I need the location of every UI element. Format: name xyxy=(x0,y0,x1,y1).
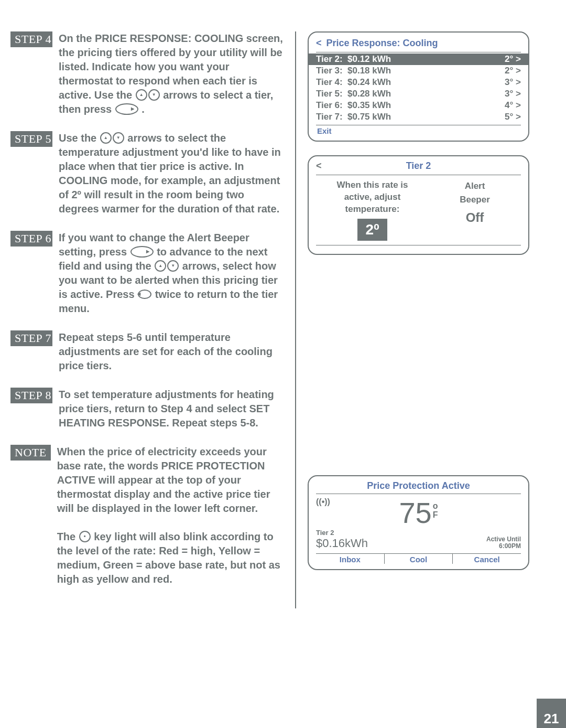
active-until: Active Until 6:00PM xyxy=(486,536,521,550)
tier-label: Tier 5: xyxy=(316,89,347,99)
left-icon xyxy=(138,290,151,299)
screen-footer: Exit xyxy=(316,125,521,135)
right-column: < Price Response: Cooling Tier 2:$0.12 k… xyxy=(296,31,529,608)
tier-adjust: 3° > xyxy=(495,89,521,99)
temperature-display: 75oF xyxy=(316,496,521,529)
temperature-unit: oF xyxy=(433,501,438,520)
adjust-value[interactable]: 2º xyxy=(357,219,388,241)
step-text: If you want to change the Alert Beeper s… xyxy=(59,231,284,316)
device-price-protection: Price Protection Active ((•)) 75oF Tier … xyxy=(308,475,529,570)
inbox-button[interactable]: Inbox xyxy=(316,554,385,564)
step-badge: STEP 6 xyxy=(10,231,52,247)
tier-row[interactable]: Tier 6:$0.35 kWh4° > xyxy=(316,100,521,111)
tier-price: $0.75 kWh xyxy=(347,112,495,122)
step-badge: STEP 4 xyxy=(10,31,52,47)
rate-block: Tier 2 $0.16kWh xyxy=(316,529,368,550)
tier-price: $0.12 kWh xyxy=(347,54,495,65)
tier-label: Tier 3: xyxy=(316,66,347,76)
down-icon xyxy=(113,132,124,144)
device-tier-detail: < Tier 2 When this rate is active, adjus… xyxy=(308,155,529,255)
beeper-label: Beeper xyxy=(429,193,521,207)
tier-label: Tier 2 xyxy=(316,529,368,537)
cancel-button[interactable]: Cancel xyxy=(453,554,521,564)
price-value: $0.16 xyxy=(316,537,345,550)
active-until-value: 6:00PM xyxy=(486,543,521,550)
tier-label: Tier 4: xyxy=(316,77,347,88)
columns: STEP 4On the PRICE RESPONSE: COOLING scr… xyxy=(55,31,529,608)
right-icon xyxy=(115,103,138,115)
tier-label: Tier 7: xyxy=(316,112,347,122)
prompt-line: active, adjust xyxy=(316,191,429,204)
price-unit: kWh xyxy=(345,537,368,550)
tier-list: Tier 2:$0.12 kWh2° >Tier 3:$0.18 kWh2° >… xyxy=(316,53,521,123)
adjust-prompt: When this rate is active, adjust tempera… xyxy=(316,179,429,241)
tier-adjust: 2° > xyxy=(495,54,521,65)
tier-price: $0.24 kWh xyxy=(347,77,495,88)
beeper-value[interactable]: Off xyxy=(429,206,521,227)
step-row: STEP 6If you want to change the Alert Be… xyxy=(55,231,284,316)
temperature-value: 75 xyxy=(399,496,431,529)
left-column: STEP 4On the PRICE RESPONSE: COOLING scr… xyxy=(55,31,296,608)
step-row: STEP 4On the PRICE RESPONSE: COOLING scr… xyxy=(55,31,284,116)
up-icon xyxy=(155,260,166,272)
screen-title: < Tier 2 xyxy=(316,160,521,175)
down-icon xyxy=(148,89,160,101)
step-text: To set temperature adjustments for heati… xyxy=(59,388,284,430)
step-text: Repeat steps 5-6 until temperature adjus… xyxy=(59,330,284,373)
down-icon xyxy=(167,260,179,272)
beeper-column: Alert Beeper Off xyxy=(429,179,521,241)
tier-price: $0.28 kWh xyxy=(347,89,495,99)
tier-row[interactable]: Tier 4:$0.24 kWh3° > xyxy=(316,77,521,88)
screen-footer: Inbox Cool Cancel xyxy=(316,553,521,564)
tier-adjust: 2° > xyxy=(495,66,521,76)
page-number: 21 xyxy=(537,699,566,728)
tier-adjust: 5° > xyxy=(495,112,521,122)
cool-button[interactable]: Cool xyxy=(385,554,453,564)
device-price-response: < Price Response: Cooling Tier 2:$0.12 k… xyxy=(308,31,529,142)
signal-icon: ((•)) xyxy=(316,497,330,507)
step-badge: STEP 5 xyxy=(10,131,52,147)
dot-icon xyxy=(79,531,91,542)
tier-price: $0.35 kWh xyxy=(347,100,495,111)
tier-price: $0.18 kWh xyxy=(347,66,495,76)
step-badge: NOTE xyxy=(10,445,51,461)
step-row: STEP 5Use the arrows to select the tempe… xyxy=(55,131,284,216)
chevron-left-icon[interactable]: < xyxy=(316,38,322,48)
screen-body: ((•)) 75oF Tier 2 $0.16kWh Active Until … xyxy=(316,494,521,553)
screen-title: Price Protection Active xyxy=(316,480,521,494)
step-text: On the PRICE RESPONSE: COOLING screen, t… xyxy=(59,31,284,116)
tier-row[interactable]: Tier 3:$0.18 kWh2° > xyxy=(316,65,521,77)
divider xyxy=(316,245,521,249)
tier-label: Tier 2: xyxy=(316,54,347,65)
step-text: Use the arrows to select the temperature… xyxy=(59,131,284,216)
status-row: Tier 2 $0.16kWh Active Until 6:00PM xyxy=(316,529,521,550)
tier-adjust: 4° > xyxy=(495,100,521,111)
step-badge: STEP 7 xyxy=(10,330,52,346)
up-icon xyxy=(136,89,147,101)
tier-body: When this rate is active, adjust tempera… xyxy=(316,175,521,241)
tier-row[interactable]: Tier 2:$0.12 kWh2° > xyxy=(309,53,528,65)
tier-row[interactable]: Tier 7:$0.75 kWh5° > xyxy=(316,111,521,123)
chevron-left-icon[interactable]: < xyxy=(316,160,322,172)
step-text: When the price of electricity exceeds yo… xyxy=(57,445,284,586)
page: STEP 4On the PRICE RESPONSE: COOLING scr… xyxy=(0,0,566,728)
right-icon xyxy=(130,246,154,258)
up-icon xyxy=(100,132,112,144)
title-text: Tier 2 xyxy=(406,160,431,172)
step-row: NOTEWhen the price of electricity exceed… xyxy=(55,445,284,586)
tier-label: Tier 6: xyxy=(316,100,347,111)
prompt-line: temperature: xyxy=(316,204,429,216)
step-badge: STEP 8 xyxy=(10,388,52,403)
step-row: STEP 8To set temperature adjustments for… xyxy=(55,388,284,430)
title-text: Price Response: Cooling xyxy=(326,38,438,48)
tier-row[interactable]: Tier 5:$0.28 kWh3° > xyxy=(316,88,521,100)
screen-title: < Price Response: Cooling xyxy=(316,37,521,52)
prompt-line: When this rate is xyxy=(316,179,429,191)
alert-label: Alert xyxy=(429,179,521,193)
step-row: STEP 7Repeat steps 5-6 until temperature… xyxy=(55,330,284,373)
exit-button[interactable]: Exit xyxy=(316,126,339,135)
tier-adjust: 3° > xyxy=(495,77,521,88)
